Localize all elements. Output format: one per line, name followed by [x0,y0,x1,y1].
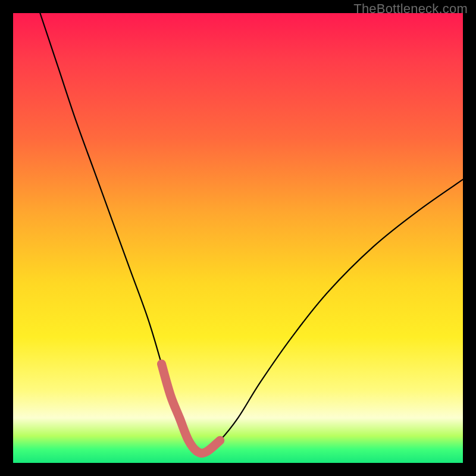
bottleneck-curve-path [40,13,463,453]
highlight-segment-path [161,364,220,453]
plot-area [13,13,463,463]
chart-frame: TheBottleneck.com [0,0,476,476]
curve-svg [13,13,463,463]
